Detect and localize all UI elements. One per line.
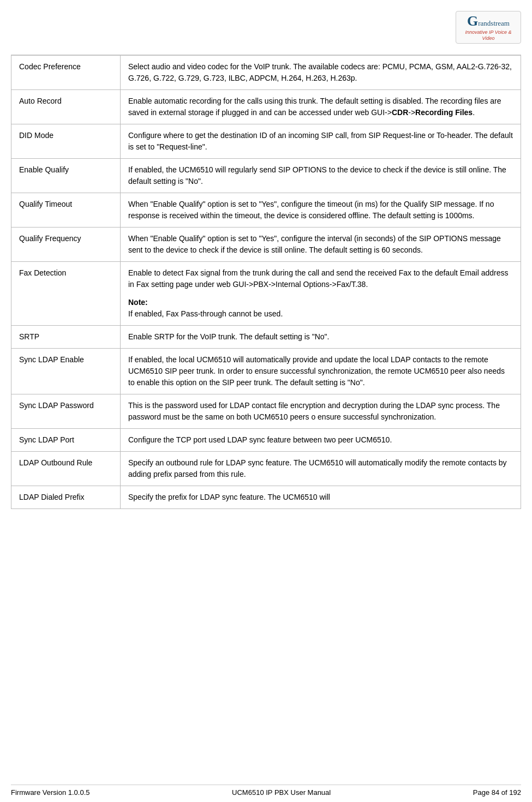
row-label: Qualify Frequency: [11, 228, 121, 262]
row-label: Sync LDAP Port: [11, 429, 121, 452]
table-row: Qualify TimeoutWhen "Enable Qualify" opt…: [11, 193, 521, 228]
table-row: Sync LDAP PasswordThis is the password u…: [11, 394, 521, 429]
table-row: Fax DetectionEnable to detect Fax signal…: [11, 262, 521, 326]
row-label: Enable Qualify: [11, 159, 121, 193]
table-row: DID ModeConfigure where to get the desti…: [11, 124, 521, 159]
table-row: Qualify FrequencyWhen "Enable Qualify" o…: [11, 228, 521, 262]
footer-page: Page 84 of 192: [473, 788, 521, 797]
table-row: Sync LDAP PortConfigure the TCP port use…: [11, 429, 521, 452]
row-description: This is the password used for LDAP conta…: [121, 394, 521, 429]
table-row: Enable QualifyIf enabled, the UCM6510 wi…: [11, 159, 521, 193]
row-description: Enable SRTP for the VoIP trunk. The defa…: [121, 326, 521, 349]
settings-table: Codec PreferenceSelect audio and video c…: [11, 55, 521, 509]
logo-brand-name: randstream: [478, 19, 510, 28]
row-label: Qualify Timeout: [11, 193, 121, 228]
row-label: SRTP: [11, 326, 121, 349]
row-label: Sync LDAP Enable: [11, 349, 121, 394]
row-label: Auto Record: [11, 90, 121, 124]
row-label: DID Mode: [11, 124, 121, 159]
table-row: LDAP Outbound RuleSpecify an outbound ru…: [11, 452, 521, 486]
row-label: LDAP Outbound Rule: [11, 452, 121, 486]
table-row: LDAP Dialed PrefixSpecify the prefix for…: [11, 486, 521, 509]
footer-title: UCM6510 IP PBX User Manual: [232, 788, 331, 797]
row-description: Select audio and video codec for the VoI…: [121, 56, 521, 90]
page-footer: Firmware Version 1.0.0.5 UCM6510 IP PBX …: [11, 785, 521, 797]
row-label: LDAP Dialed Prefix: [11, 486, 121, 509]
fax-note-label: Note:: [128, 298, 148, 307]
table-row: SRTPEnable SRTP for the VoIP trunk. The …: [11, 326, 521, 349]
row-description: Specify an outbound rule for LDAP sync f…: [121, 452, 521, 486]
page-container: G randstream Innovative IP Voice & Video…: [0, 0, 532, 802]
page-header: G randstream Innovative IP Voice & Video: [11, 5, 521, 55]
row-label: Sync LDAP Password: [11, 394, 121, 429]
row-description: When "Enable Qualify" option is set to "…: [121, 193, 521, 228]
logo-area: G randstream Innovative IP Voice & Video: [456, 11, 521, 44]
logo-g-letter: G: [467, 13, 478, 29]
row-description: Enable automatic recording for the calls…: [121, 90, 521, 124]
row-description: If enabled, the UCM6510 will regularly s…: [121, 159, 521, 193]
row-description: Configure where to get the destination I…: [121, 124, 521, 159]
row-description: Specify the prefix for LDAP sync feature…: [121, 486, 521, 509]
row-label: Codec Preference: [11, 56, 121, 90]
row-label: Fax Detection: [11, 262, 121, 326]
table-row: Sync LDAP EnableIf enabled, the local UC…: [11, 349, 521, 394]
row-description: Configure the TCP port used LDAP sync fe…: [121, 429, 521, 452]
logo-box: G randstream Innovative IP Voice & Video: [456, 11, 521, 44]
table-row: Codec PreferenceSelect audio and video c…: [11, 56, 521, 90]
logo-tagline: Innovative IP Voice & Video: [458, 29, 518, 41]
table-row: Auto RecordEnable automatic recording fo…: [11, 90, 521, 124]
fax-note: Note:If enabled, Fax Pass-through cannot…: [128, 297, 513, 320]
row-description: When "Enable Qualify" option is set to "…: [121, 228, 521, 262]
row-description: If enabled, the local UCM6510 will autom…: [121, 349, 521, 394]
row-description: Enable to detect Fax signal from the tru…: [121, 262, 521, 326]
footer-firmware: Firmware Version 1.0.0.5: [11, 788, 90, 797]
